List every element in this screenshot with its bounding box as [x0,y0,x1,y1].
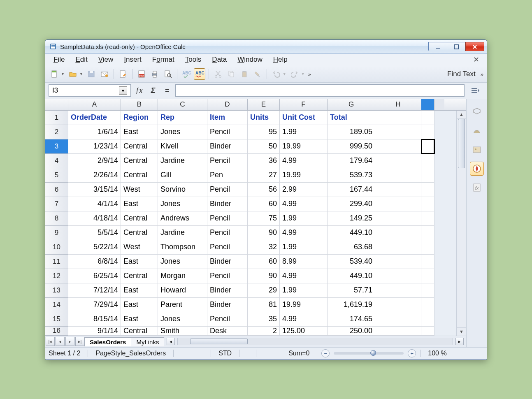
cell[interactable]: 2 [248,327,280,336]
header-cell[interactable]: Rep [158,111,207,125]
styles-icon[interactable] [470,124,484,138]
cell[interactable]: 9/1/14 [68,327,121,336]
cell[interactable]: 4.99 [280,226,328,240]
copy-icon[interactable] [225,68,237,80]
header-cell[interactable]: Total [328,111,375,125]
col-header-a[interactable]: A [68,99,121,110]
cell[interactable]: 35 [248,312,280,327]
cell[interactable] [375,139,421,154]
menu-window[interactable]: Window [233,54,266,65]
cell[interactable]: Central [121,211,158,226]
cell[interactable] [421,211,434,226]
cell[interactable] [421,269,434,283]
col-header-c[interactable]: C [158,99,207,110]
sheet-indicator[interactable]: Sheet 1 / 2 [45,350,84,357]
cell[interactable]: 1/6/14 [68,125,121,139]
row-header[interactable]: 14 [45,298,68,312]
cell[interactable]: 4/1/14 [68,197,121,211]
cell[interactable]: Pencil [207,125,248,139]
zoom-out-icon[interactable]: − [321,349,330,357]
cell[interactable]: 19.99 [280,298,328,312]
row-header[interactable]: 4 [45,154,68,168]
cell[interactable]: 449.10 [328,226,375,240]
cells-grid[interactable]: 1OrderDateRegionRepItemUnitsUnit CostTot… [45,111,456,336]
cell[interactable]: 3/15/14 [68,183,121,197]
redo-icon[interactable] [289,68,300,80]
minimize-button[interactable] [428,42,447,51]
cell[interactable] [375,283,421,298]
cell[interactable]: 5/5/14 [68,226,121,240]
cell[interactable]: 539.73 [328,168,375,183]
cell[interactable]: East [121,197,158,211]
cut-icon[interactable] [212,68,224,80]
cell[interactable]: 4.99 [280,197,328,211]
undo-dropdown[interactable]: ▼ [283,72,286,76]
properties-icon[interactable] [470,105,484,119]
cell[interactable] [375,327,421,336]
row-header[interactable]: 12 [45,269,68,283]
cell[interactable] [375,125,421,139]
cell[interactable] [421,312,434,327]
row-header[interactable]: 16 [45,327,68,336]
cell[interactable]: Desk [207,327,248,336]
formula-input[interactable] [175,84,465,97]
menu-data[interactable]: Data [208,54,231,65]
header-cell[interactable]: Item [207,111,248,125]
cell[interactable]: Binder [207,197,248,211]
cell[interactable] [375,211,421,226]
cell[interactable] [375,255,421,269]
cell[interactable]: Pencil [207,240,248,255]
cell[interactable]: Pencil [207,312,248,327]
cell[interactable] [375,312,421,327]
navigator-icon[interactable] [470,162,484,176]
sidebar-toggle-icon[interactable] [467,87,483,94]
cell[interactable]: 539.40 [328,255,375,269]
cell[interactable] [375,269,421,283]
paste-icon[interactable] [239,68,250,80]
cell[interactable]: 4/18/14 [68,211,121,226]
cell[interactable] [375,226,421,240]
header-cell[interactable]: Region [121,111,158,125]
open-icon[interactable] [67,68,79,80]
save-icon[interactable] [86,68,97,80]
close-document-button[interactable]: ✕ [470,54,483,65]
format-paintbrush-icon[interactable] [252,68,263,80]
autospell-icon[interactable]: ABC [194,68,205,80]
preview-icon[interactable] [162,68,174,80]
menu-edit[interactable]: Edit [71,54,91,65]
cell[interactable] [375,298,421,312]
cell[interactable] [421,197,434,211]
cell[interactable]: 7/29/14 [68,298,121,312]
cell[interactable]: 167.44 [328,183,375,197]
cell[interactable]: 29 [248,283,280,298]
functions-icon[interactable]: fx [470,181,484,195]
cell[interactable] [421,139,434,154]
cell[interactable]: 32 [248,240,280,255]
tab-salesorders[interactable]: SalesOrders [84,337,131,346]
cell[interactable]: 1,619.19 [328,298,375,312]
cell[interactable]: 8.99 [280,255,328,269]
cell[interactable]: 179.64 [328,154,375,168]
menu-file[interactable]: File [49,54,69,65]
cell[interactable]: 125.00 [280,327,328,336]
email-icon[interactable] [99,68,110,80]
zoom-slider[interactable] [334,352,404,355]
cell[interactable] [375,111,421,125]
cell[interactable]: 19.99 [280,139,328,154]
cell[interactable]: Smith [158,327,207,336]
cell[interactable]: Pencil [207,226,248,240]
row-header[interactable]: 11 [45,255,68,269]
cell[interactable]: Binder [207,139,248,154]
find-expand-icon[interactable]: » [481,71,483,77]
col-header-b[interactable]: B [121,99,158,110]
cell[interactable]: 2.99 [280,183,328,197]
cell[interactable] [421,298,434,312]
col-header-e[interactable]: E [248,99,280,110]
cell[interactable]: 60 [248,255,280,269]
pdf-icon[interactable]: PDF [136,68,147,80]
row-header[interactable]: 6 [45,183,68,197]
cell[interactable]: 56 [248,183,280,197]
col-header-d[interactable]: D [207,99,248,110]
function-wizard-icon[interactable]: ƒx [133,85,145,96]
col-header-i[interactable] [421,99,434,110]
